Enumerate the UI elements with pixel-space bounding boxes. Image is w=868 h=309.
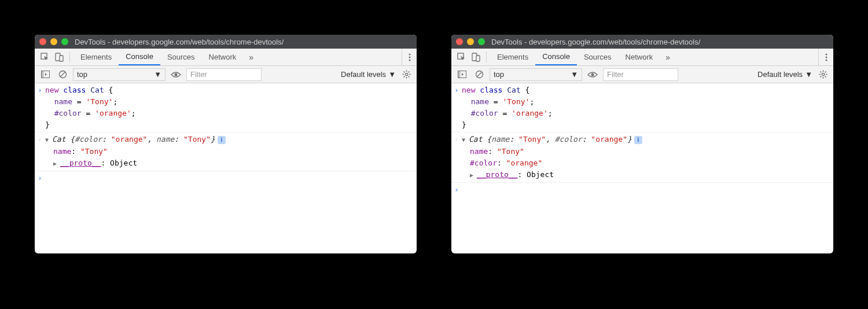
console-input-empty[interactable] bbox=[45, 172, 417, 184]
svg-line-38 bbox=[825, 72, 826, 73]
sidebar-toggle-icon[interactable] bbox=[38, 71, 52, 78]
svg-point-10 bbox=[175, 73, 178, 76]
tab-sources[interactable]: Sources bbox=[577, 49, 619, 65]
info-icon[interactable]: i bbox=[218, 136, 226, 144]
devtools-window: DevTools - developers.google.com/web/too… bbox=[451, 35, 833, 253]
filter-placeholder: Filter bbox=[190, 70, 207, 79]
return-icon bbox=[451, 134, 462, 181]
prompt-icon: › bbox=[451, 84, 462, 131]
inspect-icon[interactable] bbox=[38, 49, 52, 65]
chevron-down-icon[interactable]: ▼ bbox=[462, 134, 469, 146]
svg-line-17 bbox=[408, 76, 409, 78]
window-title: DevTools - developers.google.com/web/too… bbox=[75, 38, 284, 46]
svg-point-31 bbox=[822, 73, 824, 75]
console-toolbar: top ▼ Filter Default levels ▼ bbox=[35, 66, 417, 83]
svg-point-24 bbox=[825, 56, 827, 58]
svg-line-16 bbox=[403, 72, 404, 73]
gear-icon[interactable] bbox=[399, 70, 413, 79]
console-input-code[interactable]: new class Cat { name = 'Tony'; #color = … bbox=[45, 84, 417, 131]
svg-rect-22 bbox=[476, 56, 480, 61]
close-icon[interactable] bbox=[456, 38, 463, 45]
info-icon[interactable]: i bbox=[634, 136, 642, 144]
levels-label: Default levels bbox=[757, 70, 803, 79]
filter-placeholder: Filter bbox=[607, 70, 624, 79]
context-value: top bbox=[494, 70, 504, 79]
svg-point-4 bbox=[409, 56, 410, 58]
svg-point-23 bbox=[825, 53, 827, 55]
zoom-icon[interactable] bbox=[61, 38, 68, 45]
device-icon[interactable] bbox=[52, 49, 66, 65]
svg-line-29 bbox=[477, 72, 481, 77]
chevron-down-icon[interactable]: ▼ bbox=[45, 134, 52, 146]
chevron-down-icon: ▼ bbox=[388, 70, 396, 79]
minimize-icon[interactable] bbox=[467, 38, 474, 45]
titlebar: DevTools - developers.google.com/web/too… bbox=[35, 35, 417, 49]
svg-point-5 bbox=[409, 59, 410, 61]
tab-sources[interactable]: Sources bbox=[160, 49, 202, 65]
tab-elements[interactable]: Elements bbox=[73, 49, 119, 65]
console-output: › new class Cat { name = 'Tony'; #color … bbox=[451, 83, 833, 253]
devtools-window: DevTools - developers.google.com/web/too… bbox=[35, 35, 417, 253]
svg-line-37 bbox=[825, 76, 826, 78]
clear-icon[interactable] bbox=[472, 70, 486, 79]
chevron-down-icon: ▼ bbox=[154, 70, 161, 79]
tab-network[interactable]: Network bbox=[202, 49, 244, 65]
eye-icon[interactable] bbox=[586, 71, 599, 78]
svg-rect-27 bbox=[458, 71, 460, 78]
tabs-overflow-icon[interactable]: » bbox=[243, 49, 259, 65]
svg-line-9 bbox=[60, 72, 65, 77]
prompt-icon[interactable]: › bbox=[35, 172, 45, 184]
log-levels-select[interactable]: Default levels ▼ bbox=[757, 70, 812, 79]
tabs-overflow-icon[interactable]: » bbox=[660, 49, 676, 65]
svg-point-3 bbox=[409, 53, 410, 55]
minimize-icon[interactable] bbox=[50, 38, 57, 45]
menu-icon[interactable] bbox=[818, 49, 833, 65]
sidebar-toggle-icon[interactable] bbox=[455, 71, 469, 78]
eye-icon[interactable] bbox=[169, 71, 183, 78]
clear-icon[interactable] bbox=[56, 70, 69, 79]
svg-point-25 bbox=[825, 59, 827, 61]
svg-rect-2 bbox=[60, 56, 63, 61]
svg-point-11 bbox=[405, 73, 407, 75]
console-output-object[interactable]: ▼Cat {#color: "orange", name: "Tony"}i n… bbox=[45, 134, 417, 170]
tab-network[interactable]: Network bbox=[619, 49, 660, 65]
zoom-icon[interactable] bbox=[478, 38, 485, 45]
window-title: DevTools - developers.google.com/web/too… bbox=[491, 38, 700, 46]
context-select[interactable]: top ▼ bbox=[73, 68, 165, 81]
close-icon[interactable] bbox=[39, 38, 46, 45]
titlebar: DevTools - developers.google.com/web/too… bbox=[451, 35, 833, 49]
svg-line-36 bbox=[820, 72, 821, 73]
tab-console[interactable]: Console bbox=[119, 49, 160, 65]
svg-line-18 bbox=[408, 72, 409, 73]
filter-input[interactable]: Filter bbox=[603, 68, 678, 81]
context-select[interactable]: top ▼ bbox=[490, 68, 582, 81]
chevron-down-icon: ▼ bbox=[571, 70, 578, 79]
levels-label: Default levels bbox=[341, 70, 386, 79]
return-icon bbox=[35, 134, 45, 170]
menu-icon[interactable] bbox=[402, 49, 417, 65]
tabbar: Elements Console Sources Network » bbox=[35, 49, 417, 66]
tab-console[interactable]: Console bbox=[535, 49, 577, 65]
log-levels-select[interactable]: Default levels ▼ bbox=[341, 70, 396, 79]
device-icon[interactable] bbox=[469, 49, 483, 65]
context-value: top bbox=[77, 70, 87, 79]
prompt-icon: › bbox=[35, 84, 45, 131]
svg-line-19 bbox=[403, 76, 404, 78]
svg-line-39 bbox=[820, 76, 821, 78]
tab-elements[interactable]: Elements bbox=[490, 49, 535, 65]
inspect-icon[interactable] bbox=[455, 49, 469, 65]
svg-rect-7 bbox=[41, 71, 43, 78]
prompt-icon[interactable]: › bbox=[451, 184, 462, 196]
chevron-down-icon: ▼ bbox=[805, 70, 812, 79]
console-output-object[interactable]: ▼Cat {name: "Tony", #color: "orange"}i n… bbox=[462, 134, 833, 181]
filter-input[interactable]: Filter bbox=[186, 68, 262, 81]
tabbar: Elements Console Sources Network » bbox=[451, 49, 833, 66]
chevron-right-icon[interactable]: ▶ bbox=[53, 158, 60, 170]
console-output: › new class Cat { name = 'Tony'; #color … bbox=[35, 83, 417, 253]
console-input-empty[interactable] bbox=[462, 184, 833, 196]
svg-point-30 bbox=[591, 73, 594, 76]
console-toolbar: top ▼ Filter Default levels ▼ bbox=[451, 66, 833, 83]
chevron-right-icon[interactable]: ▶ bbox=[470, 170, 477, 181]
console-input-code[interactable]: new class Cat { name = 'Tony'; #color = … bbox=[462, 84, 833, 131]
gear-icon[interactable] bbox=[816, 70, 830, 79]
